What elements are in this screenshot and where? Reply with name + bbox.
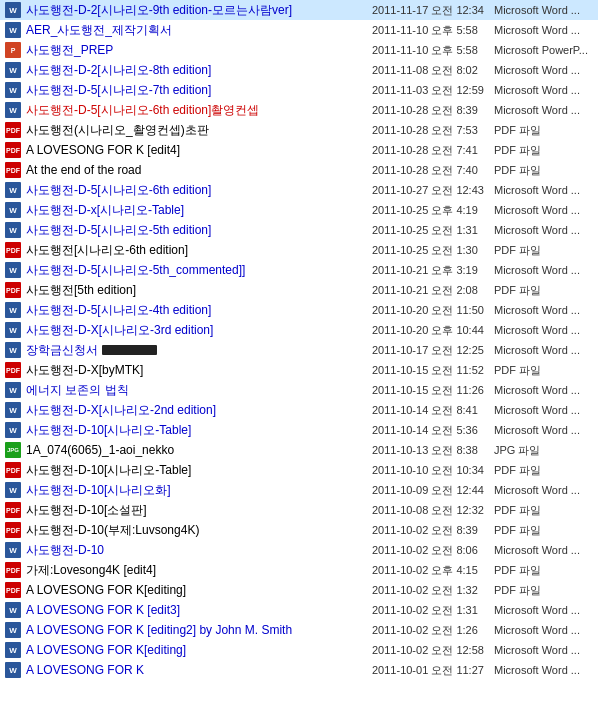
pdf-icon: PDF <box>5 142 21 158</box>
file-type: Microsoft Word ... <box>494 664 594 676</box>
file-type: Microsoft Word ... <box>494 624 594 636</box>
list-item[interactable]: W사도행전-D-5[시나리오-6th edition]촬영컨셉2011-10-2… <box>0 100 598 120</box>
list-item[interactable]: W사도행전-D-X[시나리오-2nd edition]2011-10-14 오전… <box>0 400 598 420</box>
pdf-icon: PDF <box>5 282 21 298</box>
list-item[interactable]: PDF사도행전-D-10(부제:Luvsong4K)2011-10-02 오전 … <box>0 520 598 540</box>
word-icon: W <box>5 82 21 98</box>
file-type: Microsoft Word ... <box>494 204 594 216</box>
file-type: PDF 파일 <box>494 163 594 178</box>
list-item[interactable]: W사도행전-D-5[시나리오-4th edition]2011-10-20 오전… <box>0 300 598 320</box>
file-name: 사도행전-D-10[시나리오-Table] <box>26 422 364 439</box>
file-name: At the end of the road <box>26 163 364 177</box>
file-type: Microsoft Word ... <box>494 324 594 336</box>
file-type: PDF 파일 <box>494 563 594 578</box>
file-type: JPG 파일 <box>494 443 594 458</box>
word-icon: W <box>5 642 21 658</box>
file-type: Microsoft Word ... <box>494 224 594 236</box>
word-icon: W <box>5 102 21 118</box>
list-item[interactable]: JPG1A_074(6065)_1-aoi_nekko2011-10-13 오전… <box>0 440 598 460</box>
file-date: 2011-10-09 오전 12:44 <box>364 483 494 498</box>
file-name: 에너지 보존의 법칙 <box>26 382 364 399</box>
jpg-icon: JPG <box>5 442 21 458</box>
list-item[interactable]: W사도행전-D-102011-10-02 오전 8:06Microsoft Wo… <box>0 540 598 560</box>
list-item[interactable]: PDF사도행전-D-10[시나리오-Table]2011-10-10 오전 10… <box>0 460 598 480</box>
file-type: Microsoft Word ... <box>494 344 594 356</box>
file-date: 2011-11-08 오전 8:02 <box>364 63 494 78</box>
file-type: PDF 파일 <box>494 143 594 158</box>
list-item[interactable]: WA LOVESONG FOR K [edit3]2011-10-02 오전 1… <box>0 600 598 620</box>
list-item[interactable]: W사도행전-D-2[시나리오-9th edition-모르는사람ver]2011… <box>0 0 598 20</box>
file-date: 2011-10-08 오전 12:32 <box>364 503 494 518</box>
list-item[interactable]: W사도행전-D-5[시나리오-6th edition]2011-10-27 오전… <box>0 180 598 200</box>
file-date: 2011-10-02 오전 8:06 <box>364 543 494 558</box>
list-item[interactable]: W장학금신청서2011-10-17 오전 12:25Microsoft Word… <box>0 340 598 360</box>
file-date: 2011-10-21 오후 3:19 <box>364 263 494 278</box>
list-item[interactable]: PDF사도행전[5th edition]2011-10-21 오전 2:08PD… <box>0 280 598 300</box>
file-name: 1A_074(6065)_1-aoi_nekko <box>26 443 364 457</box>
file-date: 2011-11-03 오전 12:59 <box>364 83 494 98</box>
file-list: W사도행전-D-2[시나리오-9th edition-모르는사람ver]2011… <box>0 0 598 680</box>
list-item[interactable]: W사도행전-D-2[시나리오-8th edition]2011-11-08 오전… <box>0 60 598 80</box>
file-name: 가제:Lovesong4K [edit4] <box>26 562 364 579</box>
list-item[interactable]: W사도행전-D-x[시나리오-Table]2011-10-25 오후 4:19M… <box>0 200 598 220</box>
file-name: 사도행전-D-X[시나리오-2nd edition] <box>26 402 364 419</box>
file-date: 2011-10-02 오전 1:26 <box>364 623 494 638</box>
file-type: Microsoft Word ... <box>494 64 594 76</box>
file-name: A LOVESONG FOR K[editing] <box>26 583 364 597</box>
word-icon: W <box>5 322 21 338</box>
list-item[interactable]: W사도행전-D-10[시나리오화]2011-10-09 오전 12:44Micr… <box>0 480 598 500</box>
file-date: 2011-10-02 오후 4:15 <box>364 563 494 578</box>
file-type: Microsoft Word ... <box>494 84 594 96</box>
list-item[interactable]: PDF가제:Lovesong4K [edit4]2011-10-02 오후 4:… <box>0 560 598 580</box>
word-icon: W <box>5 182 21 198</box>
file-name: A LOVESONG FOR K <box>26 663 364 677</box>
list-item[interactable]: W사도행전-D-5[시나리오-5th_commented]]2011-10-21… <box>0 260 598 280</box>
file-name: 사도행전[시나리오-6th edition] <box>26 242 364 259</box>
list-item[interactable]: W사도행전-D-10[시나리오-Table]2011-10-14 오전 5:36… <box>0 420 598 440</box>
pdf-icon: PDF <box>5 162 21 178</box>
list-item[interactable]: WAER_사도행전_제작기획서2011-11-10 오후 5:58Microso… <box>0 20 598 40</box>
list-item[interactable]: W에너지 보존의 법칙2011-10-15 오전 11:26Microsoft … <box>0 380 598 400</box>
file-date: 2011-10-28 오전 7:53 <box>364 123 494 138</box>
pdf-icon: PDF <box>5 582 21 598</box>
list-item[interactable]: WA LOVESONG FOR K [editing2] by John M. … <box>0 620 598 640</box>
list-item[interactable]: PDFA LOVESONG FOR K [edit4]2011-10-28 오전… <box>0 140 598 160</box>
file-type: PDF 파일 <box>494 583 594 598</box>
list-item[interactable]: WA LOVESONG FOR K2011-10-01 오전 11:27Micr… <box>0 660 598 680</box>
list-item[interactable]: PDF사도행전-D-X[byMTK]2011-10-15 오전 11:52PDF… <box>0 360 598 380</box>
file-name: 사도행전-D-5[시나리오-6th edition] <box>26 182 364 199</box>
pdf-icon: PDF <box>5 242 21 258</box>
list-item[interactable]: PDF사도행전-D-10[소설판]2011-10-08 오전 12:32PDF … <box>0 500 598 520</box>
word-icon: W <box>5 662 21 678</box>
file-name: 사도행전-D-10 <box>26 542 364 559</box>
list-item[interactable]: PDF사도행전[시나리오-6th edition]2011-10-25 오전 1… <box>0 240 598 260</box>
list-item[interactable]: WA LOVESONG FOR K[editing]2011-10-02 오전 … <box>0 640 598 660</box>
ppt-icon: P <box>5 42 21 58</box>
file-date: 2011-10-02 오전 1:31 <box>364 603 494 618</box>
file-type: Microsoft Word ... <box>494 484 594 496</box>
file-date: 2011-10-28 오전 8:39 <box>364 103 494 118</box>
word-icon: W <box>5 622 21 638</box>
list-item[interactable]: W사도행전-D-X[시나리오-3rd edition]2011-10-20 오후… <box>0 320 598 340</box>
file-date: 2011-10-14 오전 8:41 <box>364 403 494 418</box>
file-date: 2011-10-17 오전 12:25 <box>364 343 494 358</box>
file-date: 2011-10-21 오전 2:08 <box>364 283 494 298</box>
word-icon: W <box>5 2 21 18</box>
pdf-icon: PDF <box>5 122 21 138</box>
file-date: 2011-10-20 오후 10:44 <box>364 323 494 338</box>
file-date: 2011-10-25 오전 1:31 <box>364 223 494 238</box>
file-type: Microsoft Word ... <box>494 544 594 556</box>
list-item[interactable]: PDFA LOVESONG FOR K[editing]2011-10-02 오… <box>0 580 598 600</box>
file-type: PDF 파일 <box>494 243 594 258</box>
list-item[interactable]: W사도행전-D-5[시나리오-5th edition]2011-10-25 오전… <box>0 220 598 240</box>
list-item[interactable]: W사도행전-D-5[시나리오-7th edition]2011-11-03 오전… <box>0 80 598 100</box>
file-type: PDF 파일 <box>494 503 594 518</box>
file-name: 사도행전-D-2[시나리오-8th edition] <box>26 62 364 79</box>
file-date: 2011-10-28 오전 7:41 <box>364 143 494 158</box>
file-type: PDF 파일 <box>494 463 594 478</box>
file-date: 2011-11-10 오후 5:58 <box>364 23 494 38</box>
list-item[interactable]: PDF사도행전(시나리오_촬영컨셉)초판2011-10-28 오전 7:53PD… <box>0 120 598 140</box>
list-item[interactable]: PDFAt the end of the road2011-10-28 오전 7… <box>0 160 598 180</box>
file-type: PDF 파일 <box>494 283 594 298</box>
list-item[interactable]: P사도행전_PREP2011-11-10 오후 5:58Microsoft Po… <box>0 40 598 60</box>
